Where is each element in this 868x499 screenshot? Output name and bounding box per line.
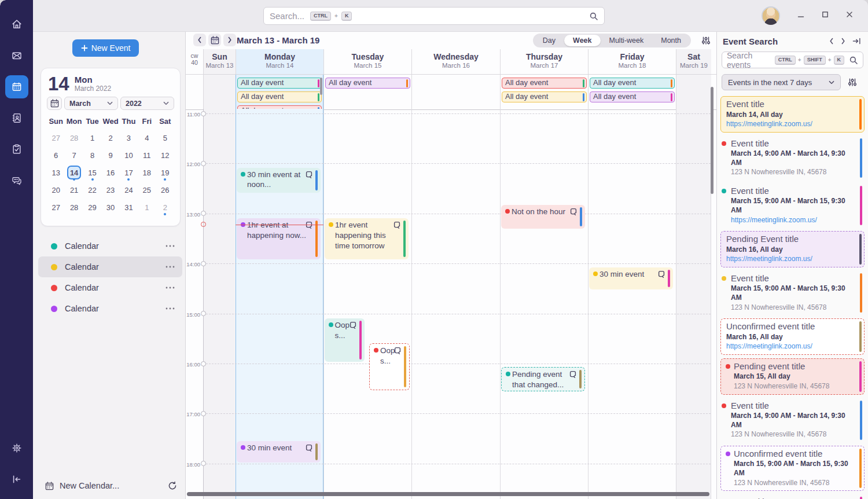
month-dropdown[interactable]: March [64, 97, 118, 110]
day-column-sun[interactable] [203, 109, 236, 499]
maximize-icon[interactable] [822, 11, 829, 18]
tab-week[interactable]: Week [564, 35, 600, 46]
day-header-sun[interactable]: Sun March 13 [203, 49, 236, 74]
day-column-thu[interactable] [500, 109, 588, 499]
year-dropdown[interactable]: 2022 [120, 97, 174, 110]
event-search-result[interactable]: Event title March 14, 9:00 AM - March 14… [720, 398, 865, 442]
sidebar-item-settings[interactable] [5, 436, 28, 460]
sidebar-item-calendar[interactable] [5, 75, 28, 98]
mini-calendar-day[interactable]: 29 [83, 199, 101, 216]
mini-calendar-day[interactable]: 17 [120, 164, 138, 181]
day-header-thu[interactable]: Thursday March 17 [500, 49, 588, 74]
more-options-icon[interactable] [165, 307, 175, 310]
allday-event[interactable]: All day event [502, 78, 587, 89]
day-column-sat[interactable] [676, 109, 711, 499]
event-search-result[interactable]: Event title March 15, 9:00 AM - March 15… [720, 494, 865, 499]
allday-cell-tue[interactable]: All day event [323, 75, 411, 109]
mini-calendar-day[interactable]: 28 [65, 129, 83, 146]
mini-calendar-day[interactable]: 15 [83, 164, 101, 181]
day-header-fri[interactable]: Friday March 18 [588, 49, 676, 74]
allday-event[interactable]: All day event [590, 78, 675, 89]
sidebar-item-tasks[interactable] [5, 138, 28, 161]
mini-calendar-day[interactable]: 16 [101, 164, 119, 181]
mini-calendar-day[interactable]: 2 [156, 199, 174, 216]
mini-calendar-day[interactable]: 27 [47, 129, 65, 146]
day-column-wed[interactable] [411, 109, 500, 499]
timed-event[interactable]: Not on the hour [501, 205, 585, 228]
mini-calendar-day[interactable]: 7 [65, 146, 83, 164]
allday-event[interactable]: All day event [237, 78, 322, 89]
new-event-button[interactable]: New Event [72, 39, 139, 57]
calendar-list-item[interactable]: Calendar [38, 277, 182, 298]
day-header-tue[interactable]: Tuesday March 15 [323, 49, 411, 74]
event-search-result[interactable]: Pending event title March 15, All day 12… [720, 358, 865, 395]
mini-calendar-day[interactable]: 31 [120, 199, 138, 216]
more-options-icon[interactable] [165, 244, 175, 248]
close-icon[interactable] [846, 11, 853, 18]
next-week-button[interactable] [223, 34, 236, 46]
mini-calendar-day[interactable]: 10 [120, 146, 138, 164]
prev-week-button[interactable] [193, 34, 206, 46]
mini-calendar-day[interactable]: 30 [101, 199, 119, 216]
event-search-result[interactable]: Unconfirmed event title March 16, All da… [720, 318, 865, 355]
mini-calendar-day[interactable]: 25 [138, 181, 156, 199]
result-link[interactable]: https://meetinglink.zoom.us/ [731, 215, 855, 225]
allday-scrollbar[interactable] [320, 78, 322, 95]
calendar-list-item[interactable]: Calendar [38, 298, 182, 319]
allday-cell-mon[interactable]: All day event All day event All day even… [236, 75, 323, 109]
mini-calendar-day[interactable]: 27 [47, 199, 65, 216]
calendar-list-item[interactable]: Calendar [38, 256, 182, 277]
event-search-result[interactable]: Unconfirmed event title March 15, 9:00 A… [720, 446, 865, 491]
timed-event[interactable]: 1hr event happening this time tomorrow [325, 218, 409, 259]
timed-event[interactable]: 30 min event [589, 267, 673, 289]
mini-calendar-day[interactable]: 12 [156, 146, 174, 164]
sync-icon[interactable] [168, 481, 177, 490]
mini-calendar-day[interactable]: 2 [101, 129, 119, 146]
event-search-result[interactable]: Event title March 14, All day https://me… [720, 96, 865, 133]
timed-event[interactable]: 30 min event at noon... [237, 168, 321, 193]
allday-event[interactable]: All day event [502, 91, 587, 102]
mini-calendar-day[interactable]: 4 [138, 129, 156, 146]
tab-month[interactable]: Month [652, 35, 690, 46]
mini-calendar-day[interactable]: 23 [101, 181, 119, 199]
allday-cell-sat[interactable] [676, 75, 711, 109]
mini-calendar-day[interactable]: 24 [120, 181, 138, 199]
allday-cell-thu[interactable]: All day event All day event [500, 75, 588, 109]
result-link[interactable]: https://meetinglink.zoom.us/ [726, 254, 855, 264]
event-search-result[interactable]: Event title March 14, 9:00 AM - March 14… [720, 136, 865, 180]
today-button[interactable] [208, 34, 221, 46]
mini-calendar-day[interactable]: 14 [65, 164, 83, 181]
allday-event[interactable]: All day event [590, 91, 675, 102]
sidebar-item-contacts[interactable] [5, 107, 28, 130]
tab-day[interactable]: Day [534, 35, 564, 46]
chevron-right-icon[interactable] [841, 38, 845, 45]
event-search-result[interactable]: Pending Event title March 16, All day ht… [720, 231, 865, 267]
timed-event[interactable]: Pending event that changed... [501, 367, 585, 391]
timed-event[interactable]: Oops... [369, 343, 410, 390]
mini-calendar-day[interactable]: 19 [156, 164, 174, 181]
mini-calendar-day[interactable]: 9 [101, 146, 119, 164]
result-link[interactable]: https://meetinglink.zoom.us/ [726, 119, 855, 129]
day-header-mon[interactable]: Monday March 14 [236, 49, 323, 74]
mini-calendar-day[interactable]: 28 [65, 199, 83, 216]
filter-settings-icon[interactable] [848, 78, 857, 87]
mini-calendar-day[interactable]: 6 [47, 146, 65, 164]
day-column-fri[interactable] [588, 109, 676, 499]
allday-event[interactable]: All day event [237, 91, 322, 102]
allday-cell-wed[interactable] [411, 75, 500, 109]
more-options-icon[interactable] [165, 265, 175, 269]
tab-multi-week[interactable]: Multi-week [601, 35, 653, 46]
mini-calendar-day[interactable]: 13 [47, 164, 65, 181]
mini-calendar-day[interactable]: 22 [83, 181, 101, 199]
mini-calendar-day[interactable]: 1 [138, 199, 156, 216]
new-calendar-button[interactable]: New Calendar... [60, 481, 119, 490]
sidebar-item-mail[interactable] [5, 44, 28, 67]
timed-event[interactable]: 30 min event [237, 441, 321, 463]
view-settings-icon[interactable] [701, 36, 711, 45]
sidebar-item-collapse-sidebar[interactable] [5, 468, 28, 491]
avatar[interactable] [762, 6, 780, 25]
day-header-wed[interactable]: Wednesday March 16 [411, 49, 500, 74]
day-header-sat[interactable]: Sat March 19 [676, 49, 711, 74]
sidebar-item-home[interactable] [5, 13, 28, 36]
mini-calendar-day[interactable]: 11 [138, 146, 156, 164]
